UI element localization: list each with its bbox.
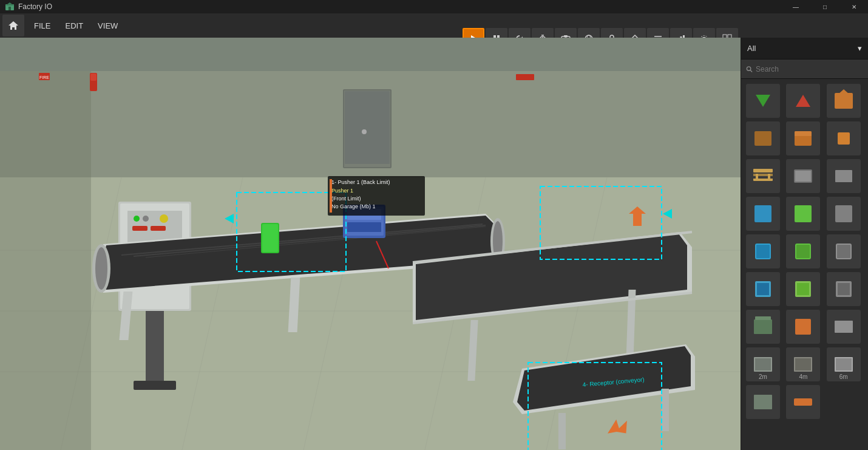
item-sensor-blue[interactable] [746,234,780,268]
menu-edit[interactable]: EDIT [58,15,90,36]
viewport[interactable]: FIRE [0,38,741,450]
rack-extra-icon [754,395,772,409]
home-button[interactable] [2,15,24,36]
svg-point-57 [143,216,149,222]
sensor-sq-blue-icon [755,281,771,297]
rack-4m-icon [794,357,812,372]
item-sensor-green[interactable] [786,234,820,268]
main-content: FIRE [0,38,868,450]
svg-rect-50 [345,91,390,164]
svg-text:(Front Limit): (Front Limit) [331,196,361,202]
item-tray[interactable] [786,159,820,193]
svg-rect-88 [662,389,669,431]
item-tile-blue[interactable] [746,197,780,231]
stack-icon [754,319,772,334]
menu-file[interactable]: FILE [27,15,58,36]
menubar: FILE EDIT VIEW [0,13,868,38]
box-label-icon [795,131,812,146]
svg-point-60 [160,214,168,223]
rack-4m-label: 4m [786,373,820,380]
app-title: Factory IO [18,2,863,11]
panel-search-bar[interactable] [741,60,868,79]
conveyor-orange-icon [795,319,811,335]
pallet-icon [753,169,773,183]
sensor-sq-green-icon [795,281,811,297]
item-rack-extra[interactable] [746,385,780,419]
box-orange-icon [835,93,853,109]
svg-text:FIRE: FIRE [39,75,49,80]
item-rack-6m[interactable]: 6m [827,347,861,381]
item-box-small[interactable] [827,121,861,155]
item-box-with-label[interactable] [786,121,820,155]
tile-green-icon [795,205,812,222]
svg-rect-66 [134,381,176,390]
rack-6m-label: 6m [827,373,861,380]
tile-gray-icon [835,205,852,222]
window-controls: — □ ✕ [782,0,868,13]
item-conveyor-orange[interactable] [786,310,820,344]
rack-2m-label: 2m [746,373,780,380]
item-box-brown-closed[interactable] [746,121,780,155]
rack-6m-icon [835,357,853,372]
sensor-green-icon [795,244,811,259]
svg-rect-52 [516,74,534,80]
svg-point-51 [362,129,367,134]
item-emitter-down[interactable] [746,84,780,118]
orange-bar-icon [794,398,812,406]
item-orange-bar[interactable] [786,385,820,419]
app-icon [5,2,15,12]
svg-rect-94 [262,224,278,252]
svg-rect-59 [151,226,166,231]
item-sensor-sq-blue[interactable] [746,272,780,306]
flat-gray-icon [835,321,853,333]
green-arrow-down-icon [756,95,770,107]
svg-rect-2 [8,7,11,10]
filter-chevron-icon: ▾ [858,44,862,53]
menu-view[interactable]: VIEW [90,15,125,36]
sensor-sq-gray-icon [836,281,852,297]
item-stack-green[interactable] [746,310,780,344]
titlebar: Factory IO — □ ✕ [0,0,868,13]
svg-marker-1 [5,2,14,5]
item-box-orange[interactable] [827,84,861,118]
svg-rect-14 [564,35,568,37]
item-tile-green[interactable] [786,197,820,231]
svg-rect-58 [132,226,147,231]
box-small-icon [838,132,850,145]
panel-items-grid: 2m 4m 6m [741,79,868,450]
item-sensor-sq-green[interactable] [786,272,820,306]
right-panel: All ▾ [741,38,868,450]
item-sensor-sq-gray[interactable] [827,272,861,306]
maximize-button[interactable]: □ [811,0,839,13]
panel-header: All ▾ [741,38,868,60]
item-emitter-up[interactable] [786,84,820,118]
item-sensor-gray[interactable] [827,234,861,268]
svg-point-56 [134,216,140,222]
rack-2m-icon [754,357,772,372]
item-tile-gray[interactable] [827,197,861,231]
svg-marker-43 [0,71,91,450]
item-rack-2m[interactable]: 2m [746,347,780,381]
svg-text:Pusher 1: Pusher 1 [331,188,353,194]
svg-rect-87 [558,413,566,449]
svg-text:1- Pusher 1 (Back Limit): 1- Pusher 1 (Back Limit) [331,179,390,185]
svg-rect-92 [347,222,381,232]
item-pallet[interactable] [746,159,780,193]
close-button[interactable]: ✕ [840,0,868,13]
tray-icon [794,169,812,183]
minimize-button[interactable]: — [782,0,810,13]
svg-rect-65 [146,311,164,384]
svg-rect-109 [330,179,332,213]
sensor-blue-icon [755,244,771,259]
red-arrow-up-icon [796,95,810,107]
scene-svg: FIRE [0,38,741,450]
svg-rect-47 [90,73,97,81]
search-icon [746,66,753,73]
svg-text:No Garage (Mb) 1: No Garage (Mb) 1 [331,203,376,210]
item-rack-4m[interactable]: 4m [786,347,820,381]
search-input[interactable] [756,65,863,73]
filter-dropdown[interactable]: All ▾ [747,44,862,53]
item-placeholder-1[interactable] [827,159,861,193]
filter-label: All [747,44,756,53]
item-flat-gray[interactable] [827,310,861,344]
